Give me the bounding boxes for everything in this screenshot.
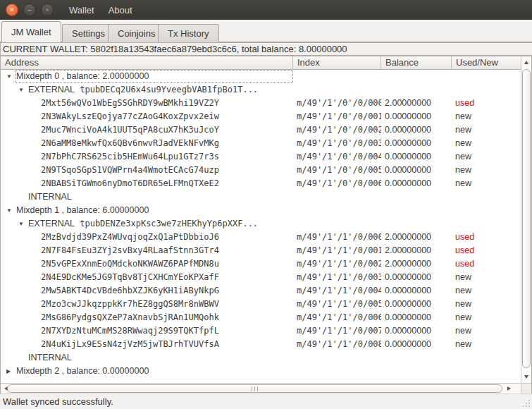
- status-cell: used: [452, 97, 521, 110]
- collapse-arrow-icon[interactable]: ▼: [18, 83, 28, 97]
- balance-cell: 0.00000000: [381, 284, 452, 298]
- tab-tx-history[interactable]: Tx History: [158, 24, 219, 42]
- balance-cell: [381, 351, 452, 365]
- vertical-scrollbar-thumb[interactable]: [522, 69, 531, 368]
- tree-row[interactable]: INTERNAL: [1, 351, 521, 365]
- balance-cell: 0.00000000: [381, 123, 452, 137]
- tree-body: ▼Mixdepth 0 , balance: 2.00000000▼EXTERN…: [1, 70, 521, 383]
- window-minimize-button[interactable]: –: [23, 4, 36, 16]
- address-cell: ▼Mixdepth 0 , balance: 2.00000000: [1, 70, 293, 83]
- index-cell: [293, 365, 381, 378]
- status-cell: used: [452, 244, 521, 257]
- menu-wallet[interactable]: Wallet: [62, 2, 101, 18]
- resize-grip-icon[interactable]: [522, 399, 531, 408]
- address-cell: ▼Mixdepth 1 , balance: 6.00000000: [1, 204, 293, 217]
- column-header-index[interactable]: Index: [293, 56, 381, 70]
- window-close-button[interactable]: ✕: [6, 4, 18, 16]
- node-label: EXTERNAL: [28, 219, 75, 228]
- horizontal-scrollbar[interactable]: [1, 383, 521, 393]
- collapse-arrow-icon[interactable]: ▼: [18, 217, 28, 231]
- vertical-scrollbar[interactable]: [521, 56, 531, 383]
- column-header-balance[interactable]: Balance: [381, 56, 452, 70]
- tree-row[interactable]: 2N7F84FsEu3ZYj2svBxy4RLaafStnn3GTr4m/49'…: [1, 244, 521, 257]
- address-text: 2N7XYDzNtuMCmMS28RWwaqj29S9TQKTfpfL: [41, 326, 219, 336]
- index-cell: [293, 70, 381, 83]
- collapse-arrow-icon[interactable]: ▼: [6, 70, 16, 83]
- menu-about[interactable]: About: [101, 2, 140, 18]
- tree-row[interactable]: INTERNAL: [1, 190, 521, 204]
- status-cell: new: [452, 324, 521, 338]
- status-cell: new: [452, 298, 521, 311]
- tree-row[interactable]: 2Muc7WnciVoA4k1UUT5qPA8cuX7hK3uJcoYm/49'…: [1, 123, 521, 137]
- column-header-address[interactable]: Address: [1, 56, 293, 70]
- index-cell: m/49'/1'/1'/0/008: [293, 338, 381, 351]
- menubar: Wallet About: [62, 2, 140, 18]
- status-cell: new: [452, 110, 521, 123]
- balance-cell: 2.00000000: [381, 231, 452, 244]
- balance-cell: 2.00000000: [381, 244, 452, 257]
- index-cell: [293, 83, 381, 97]
- tree-row[interactable]: 2MsG86PydgsQXZeP7aXnavbSjRAn1UMQohkm/49'…: [1, 311, 521, 324]
- expand-arrow-icon[interactable]: ▶: [6, 365, 16, 378]
- tree-row[interactable]: 2N7bPhC7RS625cib5HEmWu64Lpu1GTz7r3sm/49'…: [1, 150, 521, 164]
- status-cell: new: [452, 284, 521, 298]
- minimize-icon: –: [27, 6, 31, 13]
- tree-row[interactable]: 2Mw5ABKT4DcVBde6hbXZJK6yKH1iAByNkpGm/49'…: [1, 284, 521, 298]
- horizontal-scrollbar-thumb[interactable]: [7, 384, 502, 393]
- tree-header: Address Index Balance Used/New: [1, 56, 521, 70]
- tree-row[interactable]: 2N3WAkyLszEQojya77cZAoG4KoxZpvx2eiwm/49'…: [1, 110, 521, 123]
- column-header-used-new[interactable]: Used/New: [452, 56, 521, 70]
- tree-row[interactable]: 2Mzo3cwJJkqzppkKr7hEZ8ggQS8Mr8nWBWVm/49'…: [1, 298, 521, 311]
- tree-row[interactable]: 2N7XYDzNtuMCmMS28RWwaqj29S9TQKTfpfLm/49'…: [1, 324, 521, 338]
- tree-row[interactable]: ▼EXTERNAL tpubDECq2U6x4su9YveegbVAB1fpBo…: [1, 83, 521, 97]
- address-cell: 2N9TSqoSGpS1VQWPrn4a4WmotECAcG74uzp: [1, 164, 293, 177]
- index-cell: m/49'/1'/1'/0/000: [293, 231, 381, 244]
- index-cell: m/49'/1'/0'/0/003: [293, 137, 381, 150]
- tree-row[interactable]: 2N9TSqoSGpS1VQWPrn4a4WmotECAcG74uzpm/49'…: [1, 164, 521, 177]
- tab-settings[interactable]: Settings: [62, 24, 115, 42]
- collapse-arrow-icon[interactable]: ▼: [6, 204, 16, 217]
- tree-row[interactable]: ▶Mixdepth 2 , balance: 0.00000000: [1, 365, 521, 378]
- arrow-down-icon: [524, 375, 528, 379]
- balance-cell: 0.00000000: [381, 110, 452, 123]
- status-cell: used: [452, 231, 521, 244]
- tree-row[interactable]: ▼Mixdepth 0 , balance: 2.00000000: [1, 70, 521, 83]
- tab-jm-wallet[interactable]: JM Wallet: [1, 21, 61, 42]
- address-cell: 2Mw5ABKT4DcVBde6hbXZJK6yKH1iAByNkpG: [1, 284, 293, 298]
- index-cell: [293, 217, 381, 231]
- tab-coinjoins[interactable]: Coinjoins: [108, 24, 165, 42]
- scroll-up-button[interactable]: [521, 57, 531, 68]
- node-label: INTERNAL: [28, 192, 72, 202]
- scroll-down-button[interactable]: [521, 372, 531, 382]
- window-maximize-button[interactable]: ▫: [41, 4, 54, 16]
- index-cell: m/49'/1'/0'/0/002: [293, 123, 381, 137]
- address-cell: 2N4E9DcKMe5JG9TqBv8TjCXHCmYEoKPXafF: [1, 271, 293, 284]
- status-cell: [452, 217, 521, 231]
- tree-row[interactable]: ▼Mixdepth 1 , balance: 6.00000000: [1, 204, 521, 217]
- status-cell: [452, 204, 521, 217]
- address-cell: 2N3WAkyLszEQojya77cZAoG4KoxZpvx2eiw: [1, 110, 293, 123]
- tree-row[interactable]: 2MzBvdjd39PxZ4WUvqjoqZxQ1aPtDbbioJ6m/49'…: [1, 231, 521, 244]
- address-text: 2N9TSqoSGpS1VQWPrn4a4WmotECAcG74uzp: [41, 165, 219, 175]
- scroll-right-button[interactable]: [504, 384, 514, 393]
- tree-row[interactable]: 2N5vGPExXnmEoQMdckoNKWAWZ6PAPfMDN8um/49'…: [1, 257, 521, 271]
- balance-cell: 0.00000000: [381, 164, 452, 177]
- tree-row[interactable]: ▼EXTERNAL tpubDENZe3xpKsc3we7zHEKhyYp6pX…: [1, 217, 521, 231]
- tree-row[interactable]: 2Mxt56wQVo1WbEgSSGhRDY9wBMkhi19VZ2Ym/49'…: [1, 97, 521, 110]
- close-icon: ✕: [9, 6, 15, 13]
- node-label: INTERNAL: [28, 353, 72, 362]
- index-cell: [293, 190, 381, 204]
- tree-row[interactable]: 2N4uKijLx9ESsN4zjVzM5jwTBJrhTVUVfsAm/49'…: [1, 338, 521, 351]
- address-text: 2N5vGPExXnmEoQMdckoNKWAWZ6PAPfMDN8u: [41, 259, 219, 269]
- address-text: 2MzBvdjd39PxZ4WUvqjoqZxQ1aPtDbbioJ6: [41, 232, 219, 242]
- balance-cell: 0.00000000: [381, 271, 452, 284]
- tree-row[interactable]: 2NBABSiTGWmo6nyDmoT6DR65eLFMnQTXeE2m/49'…: [1, 177, 521, 190]
- balance-cell: 0.00000000: [381, 324, 452, 338]
- tree-row[interactable]: 2N6aMM8eMkwfQx6QBv6nwvRJadVEkNFvMKgm/49'…: [1, 137, 521, 150]
- address-cell: ▼EXTERNAL tpubDENZe3xpKsc3we7zHEKhyYp6pX…: [1, 217, 293, 231]
- address-text: 2NBABSiTGWmo6nyDmoT6DR65eLFMnQTXeE2: [41, 178, 219, 188]
- tree-row[interactable]: 2N4E9DcKMe5JG9TqBv8TjCXHCmYEoKPXafFm/49'…: [1, 271, 521, 284]
- balance-cell: 2.00000000: [381, 257, 452, 271]
- balance-cell: 2.00000000: [381, 97, 452, 110]
- status-cell: [452, 190, 521, 204]
